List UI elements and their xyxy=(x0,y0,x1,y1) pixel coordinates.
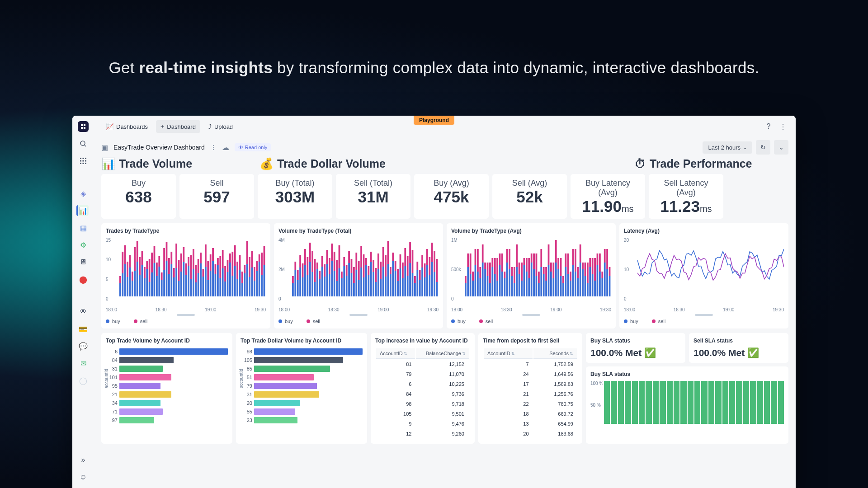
svg-rect-263 xyxy=(479,278,481,296)
svg-rect-208 xyxy=(385,255,387,277)
nav-card-icon[interactable]: 💳 xyxy=(78,324,89,334)
table-header[interactable]: AccountID⇅ xyxy=(484,348,533,359)
sla-bar xyxy=(701,381,707,424)
table-row[interactable]: 71,752.59 xyxy=(484,360,577,369)
svg-rect-206 xyxy=(382,247,384,267)
pin-icon[interactable]: ▣ xyxy=(101,143,108,152)
table-row[interactable]: 22780.75 xyxy=(484,399,577,408)
more-icon[interactable]: ⋮ xyxy=(778,121,788,132)
svg-rect-353 xyxy=(589,267,591,296)
cloud-icon[interactable]: ☁ xyxy=(222,143,229,152)
sort-icon[interactable]: ⇅ xyxy=(570,352,573,356)
sla-bar xyxy=(639,381,645,424)
table-row[interactable]: 8112,152. xyxy=(376,360,469,369)
svg-rect-45 xyxy=(161,280,163,296)
refresh-button[interactable]: ↻ xyxy=(756,140,770,155)
svg-rect-54 xyxy=(170,252,172,264)
table-row[interactable]: 129,260. xyxy=(376,429,469,438)
nav-chart-icon[interactable]: 📊 xyxy=(76,205,89,216)
svg-rect-357 xyxy=(594,281,596,296)
svg-rect-290 xyxy=(511,267,513,276)
scroll-hint[interactable] xyxy=(522,314,540,316)
nav-monitor-icon[interactable]: 🖥 xyxy=(78,257,89,267)
upload-button[interactable]: ⤴Upload xyxy=(204,120,237,133)
nav-globe-icon[interactable]: ⚙ xyxy=(78,239,89,250)
svg-rect-94 xyxy=(219,256,221,278)
help-icon[interactable]: ? xyxy=(763,121,774,132)
svg-rect-171 xyxy=(341,278,343,296)
svg-rect-198 xyxy=(373,260,374,272)
sort-icon[interactable]: ⇅ xyxy=(462,352,466,356)
table-header[interactable]: AccountID⇅ xyxy=(376,348,415,359)
user-avatar-icon[interactable]: ☺ xyxy=(78,472,89,483)
svg-rect-242 xyxy=(426,249,428,265)
search-icon[interactable] xyxy=(78,138,89,149)
expand-icon[interactable]: » xyxy=(78,455,89,465)
hbar-row: 85 xyxy=(254,365,363,372)
refresh-options-button[interactable]: ⌄ xyxy=(774,140,788,155)
nav-bubble-icon[interactable]: 💬 xyxy=(78,341,89,352)
svg-rect-224 xyxy=(404,248,406,266)
scroll-hint[interactable] xyxy=(349,314,368,316)
table-row[interactable]: 1059,501. xyxy=(376,409,469,418)
hbar xyxy=(254,391,319,398)
table-row[interactable]: 20183.68 xyxy=(484,429,577,438)
nav-alert-icon[interactable]: ⬤ xyxy=(78,274,89,285)
logo-icon[interactable] xyxy=(78,121,89,132)
table-row[interactable]: 7911,070. xyxy=(376,370,469,379)
table-header[interactable]: BalanceChange⇅ xyxy=(416,348,469,359)
chart-plot[interactable]: 20100 xyxy=(624,238,784,305)
chart-plot[interactable]: 4M2M0 xyxy=(278,238,439,305)
scroll-hint[interactable] xyxy=(695,314,713,316)
nav-binoculars-icon[interactable]: 👁 xyxy=(78,306,89,317)
hbar-label: 31 xyxy=(241,392,252,397)
hbar-chart-dollar[interactable]: accountId 98 105 85 51 79 31 20 55 23 xyxy=(241,347,363,424)
dashboards-tab[interactable]: 📈Dashboards xyxy=(101,120,152,133)
hero-text: Get real-time insights by transforming c… xyxy=(0,0,868,99)
table-row[interactable]: 171,589.83 xyxy=(484,380,577,389)
svg-rect-316 xyxy=(543,267,545,274)
table-row[interactable]: 18669.72 xyxy=(484,409,577,418)
table-row[interactable]: 211,256.76 xyxy=(484,389,577,399)
table-row[interactable]: 989,718. xyxy=(376,399,469,408)
svg-rect-369 xyxy=(609,276,611,296)
apps-icon[interactable] xyxy=(78,155,89,166)
sla-bar xyxy=(632,381,638,424)
svg-rect-214 xyxy=(392,253,394,261)
table-row[interactable]: 849,736. xyxy=(376,389,469,399)
scroll-hint[interactable] xyxy=(177,314,195,316)
svg-rect-216 xyxy=(395,261,396,271)
deposit-table[interactable]: AccountID⇅Seconds⇅71,752.59241,649.56171… xyxy=(483,347,578,439)
nav-grid-icon[interactable]: ▦ xyxy=(78,222,89,233)
table-row[interactable]: 241,649.56 xyxy=(484,370,577,379)
chart-plot[interactable]: 151050 xyxy=(106,238,266,305)
table-row[interactable]: 13654.99 xyxy=(484,419,577,428)
svg-rect-134 xyxy=(294,262,296,270)
sort-icon[interactable]: ⇅ xyxy=(404,352,407,356)
increase-table[interactable]: AccountID⇅BalanceChange⇅8112,152.7911,07… xyxy=(375,347,470,439)
time-range-selector[interactable]: Last 2 hours⌄ xyxy=(703,141,752,154)
nav-cube-icon[interactable]: ◈ xyxy=(78,188,89,199)
hbar-chart-volume[interactable]: accountId 6 84 31 101 95 21 34 71 97 xyxy=(106,347,228,424)
chart-title: Trades by TradeType xyxy=(106,228,266,234)
sort-icon[interactable]: ⇅ xyxy=(511,352,515,356)
chart-plot[interactable]: 1M500k0 xyxy=(451,238,611,305)
kpi-card: Sell (Avg) 52k xyxy=(492,174,567,219)
svg-rect-38 xyxy=(151,253,153,272)
svg-rect-279 xyxy=(499,265,501,296)
svg-rect-296 xyxy=(519,263,520,274)
sla-bar-chart[interactable]: 100 % 50 % xyxy=(590,381,784,424)
add-dashboard-button[interactable]: +Dashboard xyxy=(156,120,200,133)
nav-ring-icon[interactable]: ◯ xyxy=(78,375,89,386)
nav-mail-icon[interactable]: ✉ xyxy=(78,358,89,369)
table-row[interactable]: 99,476. xyxy=(376,419,469,428)
table-header[interactable]: Seconds⇅ xyxy=(533,348,577,359)
kpi-value: 638 xyxy=(107,189,170,205)
svg-rect-124 xyxy=(256,261,258,271)
card-title: Sell SLA status xyxy=(693,338,784,344)
svg-rect-95 xyxy=(222,268,224,296)
table-row[interactable]: 610,225. xyxy=(376,380,469,389)
svg-rect-288 xyxy=(509,249,510,269)
svg-rect-31 xyxy=(144,278,146,296)
menu-icon[interactable]: ⋮ xyxy=(210,144,217,151)
